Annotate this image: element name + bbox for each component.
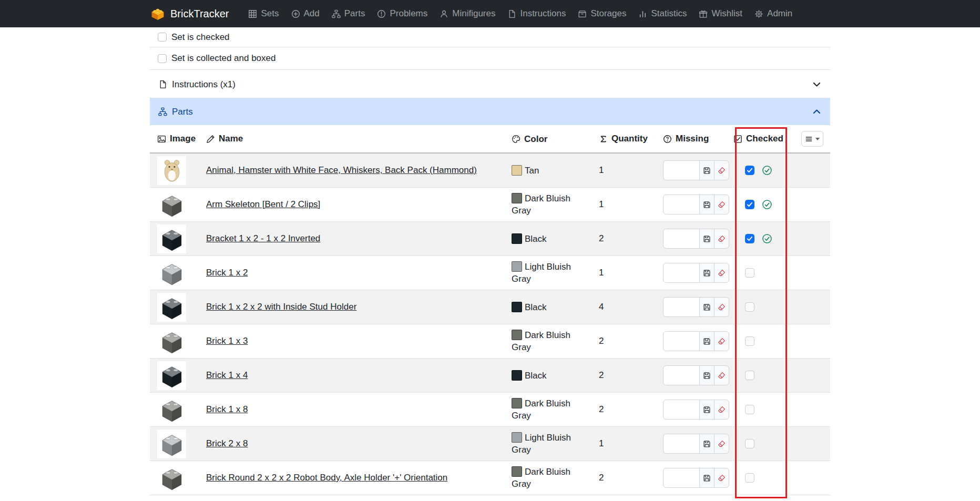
part-checked-checkbox[interactable] bbox=[745, 302, 754, 312]
nav-item-statistics[interactable]: Statistics bbox=[638, 8, 687, 19]
part-name-link[interactable]: Brick 1 x 8 bbox=[206, 404, 248, 415]
save-missing-button[interactable] bbox=[699, 331, 714, 351]
part-name-link[interactable]: Brick Round 2 x 2 x 2 Robot Body, Axle H… bbox=[206, 473, 447, 483]
table-options-dropdown-button[interactable] bbox=[801, 131, 823, 147]
nav-item-wishlist[interactable]: Wishlist bbox=[699, 8, 742, 19]
clear-missing-button[interactable] bbox=[714, 434, 729, 454]
instructions-accordion-header[interactable]: Instructions (x1) bbox=[150, 71, 830, 98]
part-name-link[interactable]: Brick 1 x 3 bbox=[206, 336, 248, 346]
save-missing-button[interactable] bbox=[699, 468, 714, 488]
save-missing-button[interactable] bbox=[699, 400, 714, 420]
part-image[interactable] bbox=[157, 156, 186, 185]
clear-missing-button[interactable] bbox=[714, 160, 729, 180]
part-image[interactable] bbox=[157, 224, 186, 253]
clear-missing-button[interactable] bbox=[714, 468, 729, 488]
part-checked-checkbox[interactable] bbox=[745, 473, 754, 483]
part-name-link[interactable]: Brick 2 x 8 bbox=[206, 438, 248, 449]
part-name-link[interactable]: Animal, Hamster with White Face, Whisker… bbox=[206, 165, 477, 176]
part-row: Brick 1 x 3 Dark Bluish Gray 2 bbox=[150, 324, 830, 359]
set-is-collected-checkbox[interactable] bbox=[158, 54, 167, 63]
missing-input[interactable] bbox=[663, 297, 700, 317]
clear-missing-button[interactable] bbox=[714, 400, 729, 420]
palette-icon bbox=[512, 135, 520, 144]
missing-input[interactable] bbox=[663, 400, 700, 420]
save-missing-button[interactable] bbox=[699, 263, 714, 283]
eraser-icon bbox=[718, 372, 726, 380]
part-name-link[interactable]: Brick 1 x 2 bbox=[206, 268, 248, 278]
save-missing-button[interactable] bbox=[699, 297, 714, 317]
clear-missing-button[interactable] bbox=[714, 229, 729, 249]
part-image[interactable] bbox=[157, 293, 186, 322]
clear-missing-button[interactable] bbox=[714, 195, 729, 214]
missing-input[interactable] bbox=[663, 195, 700, 214]
part-checked-checkbox[interactable] bbox=[745, 371, 754, 380]
nav-item-admin[interactable]: Admin bbox=[754, 8, 792, 19]
clear-missing-button[interactable] bbox=[714, 365, 729, 385]
part-name-link[interactable]: Bracket 1 x 2 - 1 x 2 Inverted bbox=[206, 233, 320, 244]
nav-item-problems[interactable]: Problems bbox=[377, 8, 427, 19]
brick-part-thumbnail bbox=[158, 259, 186, 287]
nav-item-label: Storages bbox=[590, 8, 626, 19]
navbar-menu: Sets Add Parts Problems Minifigures Inst… bbox=[248, 8, 792, 19]
color-swatch bbox=[512, 370, 522, 381]
part-image[interactable] bbox=[157, 327, 186, 356]
missing-input[interactable] bbox=[663, 263, 700, 283]
nav-item-add[interactable]: Add bbox=[291, 8, 320, 19]
save-missing-button[interactable] bbox=[699, 229, 714, 249]
eraser-icon bbox=[718, 440, 726, 448]
parts-table-body: Animal, Hamster with White Face, Whisker… bbox=[150, 154, 830, 495]
missing-input[interactable] bbox=[663, 434, 700, 454]
missing-input[interactable] bbox=[663, 365, 700, 385]
quantity-value: 1 bbox=[599, 438, 604, 449]
set-detail-page: Set is checked Set is collected and boxe… bbox=[150, 27, 830, 501]
part-checked-checkbox[interactable] bbox=[745, 268, 754, 278]
missing-input[interactable] bbox=[663, 160, 700, 180]
part-image[interactable] bbox=[157, 464, 186, 493]
missing-input[interactable] bbox=[663, 468, 700, 488]
save-missing-button[interactable] bbox=[699, 434, 714, 454]
part-image[interactable] bbox=[157, 361, 186, 390]
floppy-icon bbox=[703, 474, 711, 482]
brand-link[interactable]: BrickTracker bbox=[150, 7, 229, 21]
part-color-cell: Dark Bluish Gray bbox=[507, 192, 591, 217]
quantity-value: 2 bbox=[599, 233, 604, 244]
part-name-link[interactable]: Brick 1 x 4 bbox=[206, 370, 248, 381]
checkmark-icon bbox=[746, 167, 753, 174]
part-checked-checkbox[interactable] bbox=[745, 336, 754, 346]
column-header-missing: Missing bbox=[656, 134, 728, 144]
part-checked-checkbox[interactable] bbox=[745, 405, 754, 414]
question-circle-icon bbox=[663, 135, 672, 144]
missing-input[interactable] bbox=[663, 331, 700, 351]
save-missing-button[interactable] bbox=[699, 160, 714, 180]
save-missing-button[interactable] bbox=[699, 365, 714, 385]
part-checked-checkbox[interactable] bbox=[745, 166, 754, 175]
missing-input-group bbox=[663, 263, 729, 283]
clear-missing-button[interactable] bbox=[714, 263, 729, 283]
nav-item-storages[interactable]: Storages bbox=[578, 8, 626, 19]
part-image[interactable] bbox=[157, 259, 186, 288]
part-image[interactable] bbox=[157, 395, 186, 424]
clear-missing-button[interactable] bbox=[714, 331, 729, 351]
plus-circle-icon bbox=[291, 9, 300, 18]
quantity-value: 2 bbox=[599, 473, 604, 483]
brand-logo-brick-icon bbox=[150, 7, 166, 21]
part-image[interactable] bbox=[157, 190, 186, 219]
clear-missing-button[interactable] bbox=[714, 297, 729, 317]
parts-accordion-header[interactable]: Parts bbox=[150, 98, 830, 125]
part-image[interactable] bbox=[157, 430, 186, 458]
part-checked-checkbox[interactable] bbox=[745, 439, 754, 448]
part-checked-checkbox[interactable] bbox=[745, 200, 754, 209]
hamster-part-thumbnail bbox=[158, 157, 186, 184]
part-color-cell: Black bbox=[507, 370, 591, 382]
color-swatch bbox=[512, 233, 522, 244]
missing-input[interactable] bbox=[663, 229, 700, 249]
set-is-checked-checkbox[interactable] bbox=[158, 33, 167, 42]
nav-item-parts[interactable]: Parts bbox=[332, 8, 365, 19]
nav-item-minifigures[interactable]: Minifigures bbox=[440, 8, 495, 19]
nav-item-instructions[interactable]: Instructions bbox=[507, 8, 566, 19]
part-checked-checkbox[interactable] bbox=[745, 234, 754, 243]
part-name-link[interactable]: Brick 1 x 2 x 2 with Inside Stud Holder bbox=[206, 302, 356, 312]
part-name-link[interactable]: Arm Skeleton [Bent / 2 Clips] bbox=[206, 199, 320, 210]
nav-item-sets[interactable]: Sets bbox=[248, 8, 279, 19]
save-missing-button[interactable] bbox=[699, 195, 714, 214]
